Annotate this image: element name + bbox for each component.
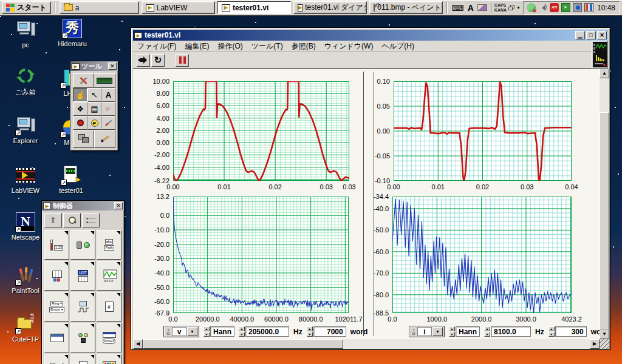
run-continuous-button[interactable]: ↻ [151, 54, 165, 67]
pccard-tray-icon[interactable] [561, 3, 570, 12]
ime-pad-icon[interactable] [477, 4, 487, 11]
task-button-folder-a[interactable]: a [60, 1, 139, 14]
window-spinner[interactable]: ▲▼ [203, 326, 210, 337]
array-cluster-controls-cell[interactable] [44, 261, 69, 291]
close-icon[interactable]: ✕ [114, 202, 123, 209]
operate-value-tool[interactable]: ☝ [73, 88, 87, 102]
channel-selector-right[interactable]: IO i ▼ [409, 326, 445, 337]
string-path-controls-cell[interactable]: abcPath [97, 230, 121, 260]
dropdown-button[interactable]: ▼ [187, 327, 197, 336]
refnum-controls-cell[interactable]: # [97, 292, 121, 322]
window-function-field[interactable]: Hann [210, 326, 234, 337]
plot-area[interactable] [394, 81, 572, 181]
edit-text-tool[interactable]: A [101, 88, 115, 102]
ring-enum-controls-cell[interactable]: Ring ▾Enum ▾ [44, 292, 69, 322]
desktop-icon-recycle-bin[interactable]: ごみ箱 [4, 67, 47, 97]
scroll-right-button[interactable]: ▶ [590, 339, 600, 349]
menu-edit[interactable]: 編集(E) [180, 41, 213, 52]
ati-tray-icon[interactable]: ATI [550, 3, 559, 12]
tools-palette-titlebar[interactable]: ▶ ツール ✕ [70, 61, 118, 71]
resize-grip[interactable] [600, 339, 609, 349]
vi-icon-badge[interactable] [592, 41, 608, 69]
scroll-tool[interactable]: ☛ [101, 102, 115, 116]
plot-area[interactable] [392, 197, 572, 313]
start-button[interactable]: スタート [2, 1, 51, 14]
palette-options-button[interactable]: ●——●—— [82, 213, 100, 228]
desktop-icon-hidemaru[interactable]: 秀↗ Hidemaru [50, 19, 94, 47]
words-spinner[interactable]: ▲▼ [549, 326, 555, 337]
graph-controls-cell[interactable]: 0.0 1.0 [97, 261, 121, 291]
probe-tool[interactable]: P [87, 116, 101, 130]
menu-operate[interactable]: 操作(O) [213, 41, 247, 52]
volume-tray-icon[interactable] [538, 3, 547, 12]
decorations-cell[interactable] [44, 354, 69, 364]
palette-up-button[interactable]: ⇧ [44, 213, 62, 228]
plot-area[interactable] [173, 197, 349, 313]
vertical-scrollbar[interactable]: ▲ ▼ [600, 69, 609, 339]
set-color-tool[interactable] [73, 130, 94, 148]
menu-window[interactable]: ウィンドウ(W) [320, 41, 378, 52]
io-controls-cell[interactable] [70, 292, 95, 322]
numeric-controls-cell[interactable]: 1.23 [44, 230, 69, 260]
menu-tools[interactable]: ツール(T) [247, 41, 287, 52]
activex-controls-cell[interactable]: ActiveX [97, 323, 121, 352]
network-tray-icon[interactable] [573, 3, 582, 12]
scroll-left-button[interactable]: ◀ [133, 339, 143, 349]
desktop-icon-labview[interactable]: LabVIEW [4, 166, 47, 194]
task-button-tester01-vi[interactable]: ▶ tester01.vi [217, 1, 291, 14]
maximize-button[interactable]: □ [586, 31, 596, 39]
user-controls-cell[interactable]: ⁝… [70, 354, 95, 364]
plot-area[interactable] [173, 81, 349, 181]
word-count-field[interactable]: 7000 [313, 326, 346, 337]
desktop-icon-tester01[interactable]: ➤↗ tester01 [49, 166, 93, 194]
taskbar-clock[interactable]: 10:48 [596, 4, 617, 12]
color-brush-tool[interactable] [94, 130, 115, 148]
battery-tray-icon[interactable] [584, 3, 593, 12]
color-picker-tool[interactable] [101, 116, 115, 130]
sample-rate-field[interactable]: 205000.0 [245, 326, 289, 337]
hscroll-thumb[interactable] [143, 339, 343, 349]
run-button[interactable] [137, 54, 150, 67]
keyboard-icon[interactable]: ⌨ [451, 4, 463, 12]
wire-tool[interactable]: ❖ [73, 102, 87, 116]
sample-rate-field[interactable]: 8100.0 [491, 326, 531, 337]
task-button-labview[interactable]: ▶ LabVIEW [142, 1, 215, 14]
scroll-down-button[interactable]: ▼ [600, 329, 609, 339]
menu-file[interactable]: ファイル(F) [133, 41, 180, 52]
dialog-controls-cell[interactable] [44, 323, 69, 352]
channel-selector-left[interactable]: IO v ▼ [163, 326, 199, 337]
pause-button[interactable] [176, 54, 189, 67]
scroll-up-button[interactable]: ▲ [600, 69, 609, 78]
object-menu-tool[interactable]: ▤ [87, 102, 101, 116]
horizontal-scrollbar[interactable]: ◀ ▶ [133, 339, 600, 349]
words-spinner[interactable]: ▲▼ [307, 326, 313, 337]
position-tool[interactable]: ↖ [87, 88, 101, 102]
freq-spinner[interactable]: ▲▼ [239, 326, 245, 337]
caps-kana-indicator[interactable]: CAPSKANA ▼ [491, 3, 521, 13]
dropdown-button[interactable]: ▼ [432, 327, 443, 336]
palette-search-button[interactable] [63, 213, 81, 228]
window-titlebar[interactable]: ▶ tester01.vi ▁ □ ✕ [133, 30, 608, 41]
classic-controls-cell[interactable] [70, 323, 95, 352]
select-control-cell[interactable] [97, 354, 121, 364]
ime-direct-input[interactable]: A [468, 3, 474, 13]
minimize-button[interactable]: ▁ [575, 31, 585, 39]
breakpoint-tool[interactable] [73, 116, 87, 130]
window-spinner[interactable]: ▲▼ [449, 326, 455, 337]
messenger-tray-icon[interactable] [527, 3, 536, 12]
auto-tool-select-button[interactable] [73, 73, 94, 88]
word-count-field[interactable]: 300 [555, 326, 587, 337]
task-button-paint[interactable]: 011.bmp - ペイント [369, 1, 443, 14]
list-table-controls-cell[interactable]: LIST [70, 261, 95, 291]
menu-browse[interactable]: 参照(B) [287, 41, 320, 52]
boolean-controls-cell[interactable] [70, 230, 95, 260]
menu-help[interactable]: ヘルプ(H) [377, 41, 419, 52]
freq-spinner[interactable]: ▲▼ [484, 326, 490, 337]
window-function-field[interactable]: Hann [456, 326, 480, 337]
close-button[interactable]: ✕ [597, 31, 607, 39]
task-button-tester01-diagram[interactable]: ▶ tester01.vi ダイアグ... [293, 1, 367, 14]
vscroll-thumb[interactable] [600, 112, 609, 329]
close-icon[interactable]: ✕ [108, 62, 117, 70]
desktop-icon-pc[interactable]: pc [4, 20, 47, 49]
controls-palette-titlebar[interactable]: ▶ 制御器 ✕ [42, 201, 124, 211]
